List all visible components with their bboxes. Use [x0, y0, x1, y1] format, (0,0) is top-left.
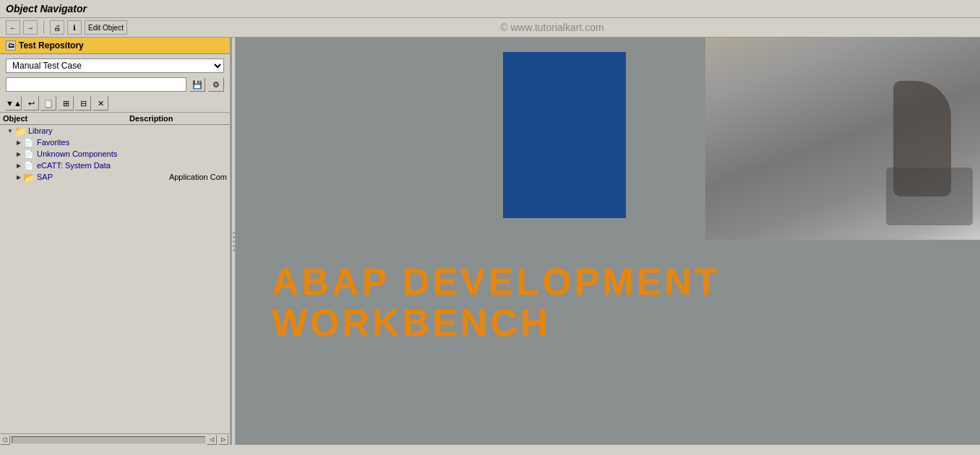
app-title: Object Navigator: [6, 3, 87, 14]
expand-button[interactable]: ↩: [23, 96, 39, 110]
toolbar: ← → 🖨 ℹ Edit Object © www.tutorialkart.c…: [0, 18, 980, 38]
edit-object-label: Edit Object: [88, 24, 124, 32]
search-input[interactable]: [6, 77, 186, 92]
collapse-tree-button[interactable]: ⊟: [75, 96, 91, 110]
sap-arrow: ▶: [14, 173, 23, 181]
splitter-dot: [233, 232, 235, 234]
tree-item-favorites[interactable]: ▶ 📄 Favorites: [0, 136, 230, 148]
ecatt-label: eCATT: System Data: [37, 161, 111, 170]
dropdown-area: Manual Test Case eCATT Test Script Test …: [0, 54, 230, 76]
info-button[interactable]: ℹ: [67, 20, 82, 35]
col-desc-header: Description: [129, 114, 227, 123]
workbench-title-line2: WORKBENCH: [272, 303, 944, 344]
splitter-dot: [233, 249, 235, 251]
unknown-label: Unknown Components: [37, 150, 117, 158]
scroll-track[interactable]: [12, 436, 205, 443]
splitter-dot: [233, 236, 235, 238]
type-dropdown[interactable]: Manual Test Case eCATT Test Script Test …: [6, 58, 224, 73]
tree-item-unknown[interactable]: ▶ 📄 Unknown Components: [0, 148, 230, 160]
toolbar-separator-1: [43, 21, 44, 34]
bottom-scroll-bar: ◻ ◁ ▷: [0, 433, 230, 445]
title-bar: Object Navigator: [0, 0, 980, 18]
sap-desc: Application Com: [169, 173, 227, 181]
splitter-dots: [233, 232, 235, 251]
ecatt-icon: 📄: [23, 160, 35, 170]
settings-button[interactable]: ⚙: [208, 77, 224, 92]
chair-element: [886, 168, 973, 225]
tree-header: Object Description: [0, 113, 230, 125]
library-label: Library: [28, 126, 53, 135]
workbench-title-line1: ABAP DEVELOPMENT: [272, 261, 944, 303]
tree-item-library[interactable]: ▼ 📁 Library: [0, 125, 230, 136]
expand-tree-button[interactable]: ⊞: [58, 96, 74, 110]
scroll-right-button[interactable]: ◁: [207, 435, 217, 445]
forward-button[interactable]: →: [23, 20, 38, 35]
save-search-button[interactable]: 💾: [189, 77, 205, 92]
workbench-text-area: ABAP DEVELOPMENT WORKBENCH: [272, 261, 944, 344]
tree-area: ▼ 📁 Library ▶ 📄 Favorites ▶ 📄 Unknown Co…: [0, 125, 230, 433]
copy-button[interactable]: 📋: [40, 96, 56, 110]
back-button[interactable]: ←: [6, 20, 20, 35]
left-panel: 🗂 Test Repository Manual Test Case eCATT…: [0, 38, 231, 445]
search-area: 💾 ⚙: [0, 76, 230, 95]
panel-header-title: Test Repository: [19, 40, 84, 51]
icon-row: ▼▲ ↩ 📋 ⊞ ⊟ ✕: [0, 95, 230, 113]
scroll-right2-button[interactable]: ▷: [218, 435, 228, 445]
col-object-header: Object: [3, 114, 129, 123]
favorites-icon: 📄: [23, 137, 35, 147]
collapse-all-button[interactable]: ▼▲: [6, 96, 22, 110]
library-icon: 📁: [14, 126, 26, 136]
edit-object-button[interactable]: Edit Object: [85, 20, 127, 35]
splash-photo: [705, 38, 980, 240]
sap-icon: 📂: [23, 172, 35, 182]
unknown-arrow: ▶: [14, 150, 23, 158]
splitter-dot: [233, 240, 235, 243]
tree-item-sap[interactable]: ▶ 📂 SAP Application Com: [0, 171, 230, 183]
panel-header-icon: 🗂: [6, 40, 16, 51]
unknown-icon: 📄: [23, 149, 35, 159]
library-arrow: ▼: [6, 126, 14, 135]
close-button[interactable]: ✕: [93, 96, 108, 110]
main-layout: 🗂 Test Repository Manual Test Case eCATT…: [0, 38, 980, 445]
tree-item-ecatt[interactable]: ▶ 📄 eCATT: System Data: [0, 160, 230, 171]
panel-header: 🗂 Test Repository: [0, 38, 230, 54]
favorites-arrow: ▶: [14, 138, 23, 147]
scroll-left-button[interactable]: ◻: [0, 435, 10, 445]
ecatt-arrow: ▶: [14, 161, 23, 170]
blue-accent-rect: [503, 52, 626, 218]
splitter-dot: [233, 245, 235, 247]
favorites-label: Favorites: [37, 138, 69, 147]
right-panel: ABAP DEVELOPMENT WORKBENCH: [236, 38, 980, 445]
sap-label: SAP: [37, 173, 169, 181]
print-button[interactable]: 🖨: [50, 20, 64, 35]
watermark: © www.tutorialkart.com: [130, 22, 974, 33]
